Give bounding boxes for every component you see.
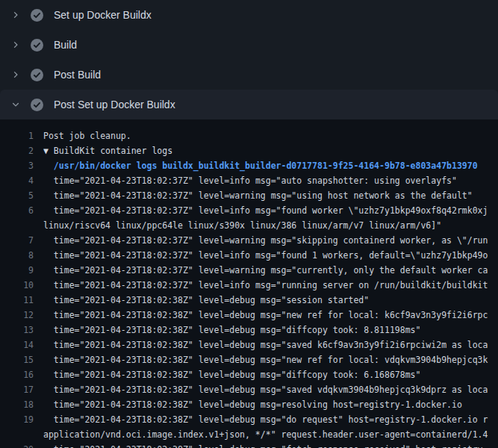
log-line: 9 time="2021-04-23T18:02:37Z" level=warn… [0, 263, 498, 278]
log-line: 17 time="2021-04-23T18:02:38Z" level=deb… [0, 382, 498, 397]
step-row-set-up-docker-buildx[interactable]: Set up Docker Buildx [0, 0, 498, 30]
log-line-text: time="2021-04-23T18:02:38Z" level=debug … [43, 352, 498, 367]
log-line: 2▼ BuildKit container logs [0, 143, 498, 158]
check-circle-icon [27, 99, 46, 111]
chevron-down-icon [7, 100, 24, 109]
line-number[interactable]: 11 [0, 293, 43, 308]
line-number[interactable]: 10 [0, 278, 43, 293]
chevron-right-icon [7, 40, 24, 49]
line-number[interactable]: 9 [0, 263, 43, 278]
line-number[interactable]: 14 [0, 337, 43, 352]
log-line-text: time="2021-04-23T18:02:37Z" level=warnin… [43, 233, 498, 248]
log-line: 10 time="2021-04-23T18:02:37Z" level=inf… [0, 278, 498, 293]
check-circle-icon [27, 9, 46, 22]
log-line: 3 /usr/bin/docker logs buildx_buildkit_b… [0, 158, 498, 173]
log-line: 19 time="2021-04-23T18:02:38Z" level=deb… [0, 412, 498, 442]
log-line-text: time="2021-04-23T18:02:38Z" level=debug … [43, 337, 498, 352]
step-row-post-build[interactable]: Post Build [0, 60, 498, 90]
line-number[interactable]: 17 [0, 382, 43, 397]
step-label: Post Build [54, 69, 101, 81]
log-line-text: time="2021-04-23T18:02:38Z" level=debug … [43, 367, 498, 382]
step-label: Post Set up Docker Buildx [54, 99, 175, 111]
log-line-text: time="2021-04-23T18:02:37Z" level=info m… [43, 203, 498, 233]
log-line-text: time="2021-04-23T18:02:38Z" level=debug … [43, 308, 498, 323]
line-number[interactable]: 20 [0, 442, 43, 448]
check-circle-icon [27, 39, 46, 52]
log-line: 20 time="2021-04-23T18:02:38Z" level=deb… [0, 442, 498, 448]
line-number[interactable]: 1 [0, 128, 43, 143]
log-line: 6 time="2021-04-23T18:02:37Z" level=info… [0, 203, 498, 233]
chevron-right-icon [7, 70, 24, 79]
actions-log-viewer: Set up Docker BuildxBuildPost BuildPost … [0, 0, 498, 448]
step-label: Build [54, 39, 77, 51]
log-line: 5 time="2021-04-23T18:02:37Z" level=warn… [0, 188, 498, 203]
log-line: 11 time="2021-04-23T18:02:38Z" level=deb… [0, 293, 498, 308]
log-line: 14 time="2021-04-23T18:02:38Z" level=deb… [0, 337, 498, 352]
log-line: 1Post job cleanup. [0, 128, 498, 143]
step-label: Set up Docker Buildx [54, 9, 152, 21]
log-line-text: time="2021-04-23T18:02:38Z" level=debug … [43, 323, 498, 337]
log-line: 15 time="2021-04-23T18:02:38Z" level=deb… [0, 352, 498, 367]
log-line: 7 time="2021-04-23T18:02:37Z" level=warn… [0, 233, 498, 248]
log-line: 8 time="2021-04-23T18:02:37Z" level=info… [0, 248, 498, 263]
line-number[interactable]: 6 [0, 203, 43, 218]
log-panel: 1Post job cleanup.2▼ BuildKit container … [0, 119, 498, 448]
log-line-text: time="2021-04-23T18:02:37Z" level=info m… [43, 173, 498, 188]
line-number[interactable]: 12 [0, 308, 43, 323]
line-number[interactable]: 2 [0, 143, 43, 158]
line-number[interactable]: 13 [0, 323, 43, 337]
log-line-text: Post job cleanup. [43, 128, 498, 143]
log-line-text: time="2021-04-23T18:02:37Z" level=warnin… [43, 263, 498, 278]
log-line: 13 time="2021-04-23T18:02:38Z" level=deb… [0, 323, 498, 337]
check-circle-icon [27, 69, 46, 81]
step-row-build[interactable]: Build [0, 30, 498, 60]
log-line-text: time="2021-04-23T18:02:37Z" level=info m… [43, 248, 498, 263]
log-line-text: time="2021-04-23T18:02:38Z" level=debug … [43, 442, 498, 448]
steps-list: Set up Docker BuildxBuildPost BuildPost … [0, 0, 498, 119]
log-line-text: time="2021-04-23T18:02:38Z" level=debug … [43, 397, 498, 412]
log-group-toggle[interactable]: ▼ BuildKit container logs [43, 143, 498, 158]
log-line-text: time="2021-04-23T18:02:37Z" level=warnin… [43, 188, 498, 203]
chevron-right-icon [7, 10, 24, 19]
log-command-text: /usr/bin/docker logs buildx_buildkit_bui… [43, 158, 498, 173]
log-line-text: time="2021-04-23T18:02:38Z" level=debug … [43, 293, 498, 308]
line-number[interactable]: 5 [0, 188, 43, 203]
line-number[interactable]: 16 [0, 367, 43, 382]
log-line-text: time="2021-04-23T18:02:37Z" level=info m… [43, 278, 498, 293]
log-line-text: time="2021-04-23T18:02:38Z" level=debug … [43, 382, 498, 397]
line-number[interactable]: 8 [0, 248, 43, 263]
log-line: 12 time="2021-04-23T18:02:38Z" level=deb… [0, 308, 498, 323]
log-line: 18 time="2021-04-23T18:02:38Z" level=deb… [0, 397, 498, 412]
log-line: 16 time="2021-04-23T18:02:38Z" level=deb… [0, 367, 498, 382]
line-number[interactable]: 19 [0, 412, 43, 427]
log-line: 4 time="2021-04-23T18:02:37Z" level=info… [0, 173, 498, 188]
line-number[interactable]: 7 [0, 233, 43, 248]
log-line-text: time="2021-04-23T18:02:38Z" level=debug … [43, 412, 498, 442]
line-number[interactable]: 4 [0, 173, 43, 188]
line-number[interactable]: 15 [0, 352, 43, 367]
line-number[interactable]: 3 [0, 158, 43, 173]
line-number[interactable]: 18 [0, 397, 43, 412]
step-row-post-set-up-docker-buildx[interactable]: Post Set up Docker Buildx [0, 90, 498, 119]
